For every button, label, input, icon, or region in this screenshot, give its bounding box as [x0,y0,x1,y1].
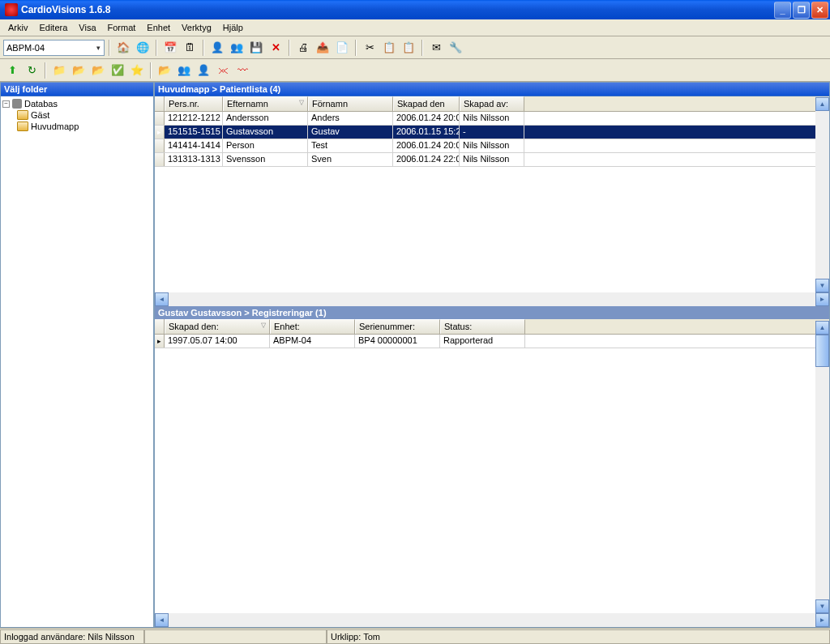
cell-persnr: 121212-1212 [165,112,223,125]
status-clipboard: Urklipp: Tom [327,629,830,644]
export-icon[interactable]: 📤 [314,39,332,57]
menu-enhet[interactable]: Enhet [142,21,175,34]
cut-icon[interactable]: ✂ [361,39,379,57]
check-folder-icon[interactable]: ✅ [109,62,126,79]
report-icon[interactable]: 📄 [333,39,351,57]
delete-icon[interactable]: ✕ [267,39,285,57]
open-folder-icon[interactable]: 📂 [70,62,88,79]
ecg-icon[interactable]: ⩙ [214,62,232,79]
browser-icon[interactable]: 🌐 [134,39,152,57]
col-reg-status[interactable]: Status: [440,319,525,334]
scroll-up-icon[interactable]: ▲ [815,97,829,111]
scroll-track[interactable] [815,335,829,599]
home-icon[interactable]: 🏠 [114,39,132,57]
toolbar-secondary: ⬆ ↻ 📁 📂 📂 ✅ ⭐ 📂 👥 👤 ⩙ 〰 [0,59,830,82]
row-indicator [155,112,165,125]
new-record-icon[interactable]: 📂 [156,62,173,79]
folder-panel-title: Välj folder [1,83,153,96]
edit-patient-icon[interactable]: 👤 [195,62,212,79]
patient-row[interactable]: 131313-1313SvenssonSven2006.01.24 22:04N… [155,153,829,167]
up-folder-icon[interactable]: ⬆ [3,62,21,79]
cell-fornamn: Anders [308,112,393,125]
patient-row[interactable]: 141414-1414PersonTest2006.01.24 20:01Nil… [155,139,829,153]
scroll-track[interactable] [815,111,829,279]
col-skapad-den[interactable]: Skapad den [393,96,460,111]
registrations-hscroll[interactable]: ◄ ► [155,613,829,627]
col-efternamn[interactable]: Efternamn [223,96,308,111]
users-icon[interactable]: 👥 [228,39,246,57]
cell-efternamn: Svensson [223,153,308,166]
paste-icon[interactable]: 📋 [400,39,417,57]
settings-icon[interactable]: 🔧 [447,39,464,57]
row-indicator-header [155,96,165,111]
col-reg-serienummer[interactable]: Serienummer: [355,319,440,334]
registration-row[interactable]: ▸1997.05.07 14:00ABPM-04BP4 00000001Rapp… [155,335,829,348]
close-button[interactable]: ✕ [811,2,828,19]
schedule-icon[interactable]: 🗓 [181,39,199,57]
folder-icon [17,110,28,120]
row-indicator: ▸ [155,126,165,139]
scroll-right-icon[interactable]: ► [815,292,829,306]
tree-root[interactable]: − Databas [2,98,152,109]
content-panel: Huvudmapp > Patientlista (4) Pers.nr. Ef… [154,82,830,628]
scroll-track[interactable] [169,292,815,306]
refresh-icon[interactable]: ↻ [23,62,41,79]
scroll-down-icon[interactable]: ▼ [815,279,829,292]
cell-skapad-av: Nils Nilsson [460,112,524,125]
patient-list-header: Pers.nr. Efternamn Förnamn Skapad den Sk… [155,96,829,112]
folder-icon[interactable]: 📂 [89,62,107,79]
menu-visa[interactable]: Visa [74,21,101,34]
patient-list-hscroll[interactable]: ◄ ► [155,292,829,306]
menu-verktyg[interactable]: Verktyg [177,21,216,34]
add-user-icon[interactable]: 👤 [208,39,226,57]
status-user: Inloggad användare: Nils Nilsson [0,629,144,644]
print-icon[interactable]: 🖨 [294,39,312,57]
star-folder-icon[interactable]: ⭐ [128,62,146,79]
minimize-button[interactable]: _ [774,2,791,19]
patient-list-vscroll[interactable]: ▲ ▼ [815,97,829,292]
cell-fornamn: Test [308,139,393,152]
mail-icon[interactable]: ✉ [427,39,445,57]
menu-format[interactable]: Format [103,21,141,34]
menu-arkiv[interactable]: Arkiv [3,21,32,34]
registrations-vscroll[interactable]: ▲ ▼ [815,321,829,613]
col-reg-enhet[interactable]: Enhet: [270,319,355,334]
scroll-right-icon[interactable]: ► [815,613,829,627]
scroll-track[interactable] [169,613,815,627]
row-indicator: ▸ [155,335,165,348]
tree-folder-label: Gäst [31,110,49,120]
registrations-header: Skapad den: Enhet: Serienummer: Status: [155,319,829,335]
scroll-down-icon[interactable]: ▼ [815,599,829,613]
patient-row[interactable]: 121212-1212AnderssonAnders2006.01.24 20:… [155,112,829,126]
col-fornamn[interactable]: Förnamn [308,96,393,111]
scroll-thumb[interactable] [815,335,829,367]
collapse-icon[interactable]: − [2,100,10,108]
waveform-icon[interactable]: 〰 [233,62,251,79]
save-icon[interactable]: 💾 [247,39,265,57]
cell-efternamn: Person [223,139,308,152]
cell-efternamn: Gustavsson [223,126,308,139]
folder-tree: − Databas Gäst Huvudmapp [1,96,153,627]
tree-folder-huvudmapp[interactable]: Huvudmapp [2,121,152,132]
col-persnr[interactable]: Pers.nr. [165,96,223,111]
patient-icon[interactable]: 👥 [175,62,193,79]
menu-editera[interactable]: Editera [34,21,72,34]
calendar-icon[interactable]: 📅 [161,39,179,57]
menu-hjalp[interactable]: Hjälp [218,21,248,34]
col-skapad-av[interactable]: Skapad av: [460,96,524,111]
cell-reg-skapad: 1997.05.07 14:00 [165,335,270,348]
col-reg-skapad[interactable]: Skapad den: [165,319,270,334]
tree-folder-gast[interactable]: Gäst [2,109,152,121]
scroll-left-icon[interactable]: ◄ [155,292,169,306]
patient-list-title: Huvudmapp > Patientlista (4) [155,83,829,96]
cell-reg-serienummer: BP4 00000001 [355,335,440,348]
scroll-up-icon[interactable]: ▲ [815,321,829,335]
cell-persnr: 131313-1313 [165,153,223,166]
scroll-left-icon[interactable]: ◄ [155,613,169,627]
copy-icon[interactable]: 📋 [380,39,398,57]
row-indicator [155,139,165,152]
device-combo[interactable]: ABPM-04 [3,40,105,56]
patient-row[interactable]: ▸151515-1515GustavssonGustav2006.01.15 1… [155,126,829,139]
new-folder-icon[interactable]: 📁 [50,62,68,79]
maximize-button[interactable]: ❐ [793,2,810,19]
